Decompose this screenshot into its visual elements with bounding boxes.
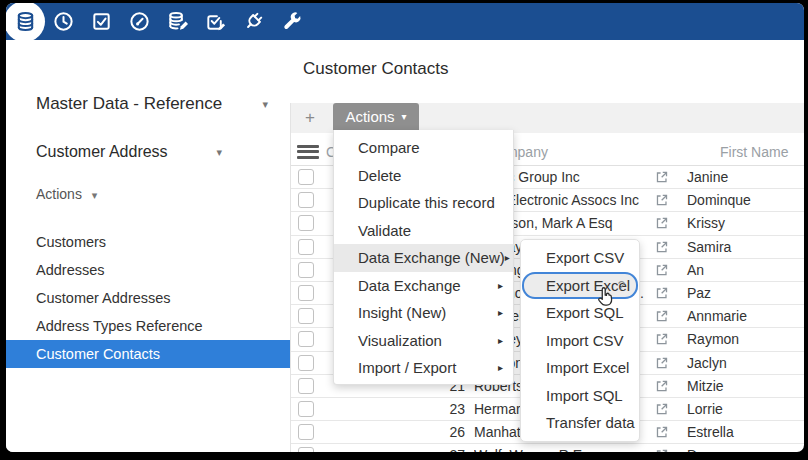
sidebar-nav-item[interactable]: Addresses [6, 256, 290, 284]
external-link-icon[interactable] [655, 216, 669, 230]
page-title: Customer Contacts [303, 59, 449, 79]
external-link-icon[interactable] [655, 332, 669, 346]
chevron-down-icon: ▾ [92, 189, 98, 201]
submenu-item[interactable]: Transfer data [521, 409, 639, 437]
sidebar-nav-item[interactable]: Customer Contacts [6, 340, 290, 368]
sidebar-nav-item[interactable]: Customers [6, 228, 290, 256]
row-checkbox[interactable] [298, 262, 314, 278]
menu-item-label: Duplicate this record [358, 194, 495, 211]
dataspace-label: Master Data - Reference [36, 94, 222, 114]
external-link-icon[interactable] [655, 286, 669, 300]
row-checkbox[interactable] [298, 308, 314, 324]
row-checkbox[interactable] [298, 169, 314, 185]
external-link-icon[interactable] [655, 402, 669, 416]
dataset-selector[interactable]: Customer Address ▾ [36, 143, 222, 161]
submenu-item[interactable]: Export CSV [521, 244, 639, 272]
menu-item[interactable]: Validate ▸ [334, 217, 513, 245]
row-checkbox[interactable] [298, 447, 314, 452]
external-link-icon[interactable] [655, 309, 669, 323]
contact-id-cell: 26 [314, 424, 465, 440]
sidebar-nav-item[interactable]: Customer Addresses [6, 284, 290, 312]
submenu-item[interactable]: Import Excel [521, 354, 639, 382]
menu-item[interactable]: Data Exchange (New) ▸ [334, 244, 513, 272]
sidebar-actions-label: Actions [36, 186, 82, 202]
submenu-item[interactable]: Import CSV [521, 327, 639, 355]
sidebar-nav-item[interactable]: Address Types Reference [6, 312, 290, 340]
table-row[interactable]: 27 Wolf, Warren R Esq Dona [291, 444, 804, 452]
dataset-label: Customer Address [36, 143, 168, 161]
submenu-item-label: Export SQL [546, 304, 624, 321]
row-checkbox[interactable] [298, 331, 314, 347]
dataspace-selector[interactable]: Master Data - Reference ▾ [36, 94, 268, 114]
submenu-item[interactable]: Export SQL [521, 299, 639, 327]
first-name-cell: Paz [687, 285, 711, 301]
first-name-header: First Name [720, 144, 788, 160]
sidebar-nav-item-label: Customer Contacts [36, 346, 160, 362]
first-name-cell: Lorrie [687, 401, 723, 417]
external-link-icon[interactable] [655, 448, 669, 452]
menu-item[interactable]: Compare ▸ [334, 134, 513, 162]
screenshot-stage: Master Data - Reference ▾ Customer Addre… [0, 0, 808, 460]
actions-button-label: Actions [345, 108, 394, 125]
external-link-icon[interactable] [655, 193, 669, 207]
sidebar-nav-item-label: Customer Addresses [36, 290, 171, 306]
check-square-icon[interactable] [82, 3, 120, 40]
menu-item[interactable]: Data Exchange ▸ [334, 272, 513, 300]
row-checkbox[interactable] [298, 239, 314, 255]
add-record-button[interactable]: + [300, 106, 320, 130]
submenu-item[interactable]: Import SQL [521, 382, 639, 410]
menu-item-label: Data Exchange (New) [358, 249, 505, 266]
plug-icon[interactable] [234, 3, 272, 40]
menu-item[interactable]: Insight (New) ▸ [334, 299, 513, 327]
external-link-icon[interactable] [655, 379, 669, 393]
first-name-cell: Krissy [687, 215, 725, 231]
first-name-cell: An [687, 262, 704, 278]
menu-item[interactable]: Delete ▸ [334, 162, 513, 190]
sidebar-nav-item-label: Address Types Reference [36, 318, 203, 334]
menu-item[interactable]: Visualization ▸ [334, 327, 513, 355]
menu-item[interactable]: Duplicate this record ▸ [334, 189, 513, 217]
menu-item-label: Compare [358, 139, 420, 156]
actions-menu-button[interactable]: Actions ▾ [333, 103, 419, 130]
app-window: Master Data - Reference ▾ Customer Addre… [6, 3, 804, 452]
check-edit-icon[interactable] [196, 3, 234, 40]
external-link-icon[interactable] [655, 356, 669, 370]
contact-id-cell: 23 [314, 401, 465, 417]
submenu-arrow-icon: ▸ [498, 362, 503, 373]
row-checkbox[interactable] [298, 378, 314, 394]
menu-item-label: Import / Export [358, 359, 456, 376]
submenu-item-label: Export CSV [546, 249, 624, 266]
row-checkbox[interactable] [298, 355, 314, 371]
menu-item[interactable]: Import / Export ▸ [334, 354, 513, 382]
menu-item-label: Validate [358, 222, 411, 239]
database-edit-icon[interactable] [158, 3, 196, 40]
submenu-arrow-icon: ▸ [498, 307, 503, 318]
sidebar-actions-dropdown[interactable]: Actions ▾ [36, 186, 97, 202]
chevron-down-icon: ▾ [402, 111, 407, 122]
table-menu-icon[interactable] [297, 145, 319, 159]
submenu-item-label: Import Excel [546, 359, 629, 376]
external-link-icon[interactable] [655, 170, 669, 184]
row-checkbox[interactable] [298, 401, 314, 417]
company-cell: Wolf, Warren R Esq [474, 447, 650, 452]
sidebar-nav-item-label: Addresses [36, 262, 105, 278]
external-link-icon[interactable] [655, 240, 669, 254]
submenu-item[interactable]: Export Excel ? [522, 272, 638, 300]
external-link-icon[interactable] [655, 425, 669, 439]
row-checkbox[interactable] [298, 285, 314, 301]
wrench-icon[interactable] [272, 3, 310, 40]
gauge-icon[interactable] [120, 3, 158, 40]
row-checkbox[interactable] [298, 192, 314, 208]
first-name-cell: Raymon [687, 331, 739, 347]
clock-icon[interactable] [44, 3, 82, 40]
first-name-cell: Dona [687, 447, 720, 452]
database-icon[interactable] [6, 3, 44, 40]
submenu-item-label: Import SQL [546, 387, 623, 404]
row-checkbox[interactable] [298, 215, 314, 231]
menu-item-label: Data Exchange [358, 277, 461, 294]
row-checkbox[interactable] [298, 424, 314, 440]
submenu-item-label: Import CSV [546, 332, 624, 349]
company-header: Company [488, 144, 664, 160]
first-name-cell: Jaclyn [687, 355, 727, 371]
external-link-icon[interactable] [655, 263, 669, 277]
